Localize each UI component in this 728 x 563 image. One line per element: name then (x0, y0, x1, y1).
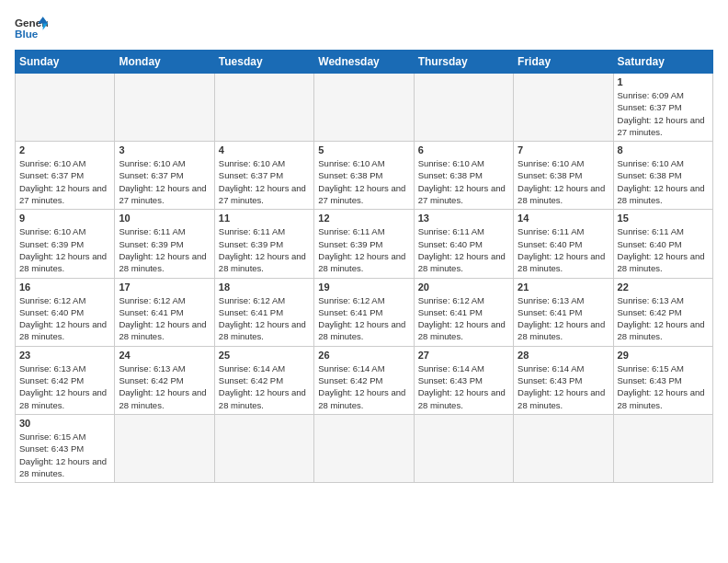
calendar-day-cell: 24Sunrise: 6:13 AMSunset: 6:42 PMDayligh… (115, 346, 214, 414)
day-number: 5 (318, 144, 409, 155)
day-info: Sunrise: 6:11 AMSunset: 6:39 PMDaylight:… (119, 225, 210, 274)
day-number: 14 (518, 213, 609, 224)
calendar-header-row: SundayMondayTuesdayWednesdayThursdayFrid… (16, 51, 713, 74)
day-info: Sunrise: 6:12 AMSunset: 6:41 PMDaylight:… (318, 294, 409, 343)
calendar-day-cell: 9Sunrise: 6:10 AMSunset: 6:39 PMDaylight… (16, 210, 115, 278)
calendar-day-cell: 3Sunrise: 6:10 AMSunset: 6:37 PMDaylight… (115, 142, 214, 210)
day-info: Sunrise: 6:12 AMSunset: 6:41 PMDaylight:… (119, 294, 210, 343)
calendar-day-cell: 5Sunrise: 6:10 AMSunset: 6:38 PMDaylight… (314, 142, 414, 210)
day-number: 16 (19, 282, 110, 293)
day-info: Sunrise: 6:12 AMSunset: 6:41 PMDaylight:… (418, 294, 509, 343)
calendar-day-cell (514, 74, 613, 142)
calendar-day-cell: 14Sunrise: 6:11 AMSunset: 6:40 PMDayligh… (514, 210, 613, 278)
day-number: 28 (518, 350, 609, 361)
day-info: Sunrise: 6:10 AMSunset: 6:38 PMDaylight:… (318, 157, 409, 206)
calendar-day-cell: 6Sunrise: 6:10 AMSunset: 6:38 PMDaylight… (414, 142, 513, 210)
calendar-week-row: 2Sunrise: 6:10 AMSunset: 6:37 PMDaylight… (16, 142, 713, 210)
calendar-week-row: 16Sunrise: 6:12 AMSunset: 6:40 PMDayligh… (16, 278, 713, 346)
weekday-header-monday: Monday (115, 51, 214, 74)
svg-text:Blue: Blue (15, 28, 39, 40)
day-number: 25 (219, 350, 310, 361)
day-info: Sunrise: 6:13 AMSunset: 6:42 PMDaylight:… (618, 294, 709, 343)
calendar-day-cell (314, 74, 414, 142)
calendar-day-cell (414, 74, 513, 142)
calendar-day-cell: 25Sunrise: 6:14 AMSunset: 6:42 PMDayligh… (214, 346, 313, 414)
calendar-day-cell: 20Sunrise: 6:12 AMSunset: 6:41 PMDayligh… (414, 278, 513, 346)
day-info: Sunrise: 6:13 AMSunset: 6:41 PMDaylight:… (518, 294, 609, 343)
calendar-day-cell: 12Sunrise: 6:11 AMSunset: 6:39 PMDayligh… (314, 210, 414, 278)
calendar-day-cell: 27Sunrise: 6:14 AMSunset: 6:43 PMDayligh… (414, 346, 513, 414)
calendar-week-row: 9Sunrise: 6:10 AMSunset: 6:39 PMDaylight… (16, 210, 713, 278)
day-number: 19 (318, 282, 409, 293)
generalblue-logo-icon: General Blue (15, 15, 48, 40)
calendar-day-cell: 26Sunrise: 6:14 AMSunset: 6:42 PMDayligh… (314, 346, 414, 414)
day-number: 8 (618, 144, 709, 155)
calendar-day-cell: 16Sunrise: 6:12 AMSunset: 6:40 PMDayligh… (16, 278, 115, 346)
day-number: 21 (518, 282, 609, 293)
day-number: 27 (418, 350, 509, 361)
page-header: General Blue (15, 15, 713, 40)
weekday-header-friday: Friday (514, 51, 613, 74)
calendar-day-cell (16, 74, 115, 142)
day-number: 6 (418, 144, 509, 155)
day-number: 2 (19, 144, 110, 155)
calendar-day-cell: 23Sunrise: 6:13 AMSunset: 6:42 PMDayligh… (16, 346, 115, 414)
day-number: 3 (119, 144, 210, 155)
calendar-day-cell: 17Sunrise: 6:12 AMSunset: 6:41 PMDayligh… (115, 278, 214, 346)
day-number: 11 (219, 213, 310, 224)
day-number: 18 (219, 282, 310, 293)
day-number: 13 (418, 213, 509, 224)
weekday-header-wednesday: Wednesday (314, 51, 414, 74)
calendar-week-row: 23Sunrise: 6:13 AMSunset: 6:42 PMDayligh… (16, 346, 713, 414)
calendar-day-cell: 8Sunrise: 6:10 AMSunset: 6:38 PMDaylight… (613, 142, 712, 210)
day-number: 10 (119, 213, 210, 224)
day-info: Sunrise: 6:10 AMSunset: 6:38 PMDaylight:… (518, 157, 609, 206)
day-info: Sunrise: 6:11 AMSunset: 6:40 PMDaylight:… (518, 225, 609, 274)
day-info: Sunrise: 6:14 AMSunset: 6:43 PMDaylight:… (418, 362, 509, 411)
day-number: 7 (518, 144, 609, 155)
calendar-day-cell: 11Sunrise: 6:11 AMSunset: 6:39 PMDayligh… (214, 210, 313, 278)
day-info: Sunrise: 6:12 AMSunset: 6:40 PMDaylight:… (19, 294, 110, 343)
calendar-day-cell (314, 414, 414, 482)
day-number: 9 (19, 213, 110, 224)
day-info: Sunrise: 6:14 AMSunset: 6:43 PMDaylight:… (518, 362, 609, 411)
day-number: 23 (19, 350, 110, 361)
day-number: 30 (19, 418, 110, 429)
calendar-day-cell: 22Sunrise: 6:13 AMSunset: 6:42 PMDayligh… (613, 278, 712, 346)
weekday-header-saturday: Saturday (613, 51, 712, 74)
calendar-day-cell (414, 414, 513, 482)
calendar-day-cell (214, 414, 313, 482)
calendar-day-cell: 10Sunrise: 6:11 AMSunset: 6:39 PMDayligh… (115, 210, 214, 278)
weekday-header-sunday: Sunday (16, 51, 115, 74)
weekday-header-thursday: Thursday (414, 51, 513, 74)
day-info: Sunrise: 6:14 AMSunset: 6:42 PMDaylight:… (318, 362, 409, 411)
logo: General Blue (15, 15, 48, 40)
calendar-day-cell: 21Sunrise: 6:13 AMSunset: 6:41 PMDayligh… (514, 278, 613, 346)
day-info: Sunrise: 6:11 AMSunset: 6:40 PMDaylight:… (418, 225, 509, 274)
calendar-day-cell (613, 414, 712, 482)
day-info: Sunrise: 6:10 AMSunset: 6:38 PMDaylight:… (418, 157, 509, 206)
calendar-day-cell: 7Sunrise: 6:10 AMSunset: 6:38 PMDaylight… (514, 142, 613, 210)
day-info: Sunrise: 6:09 AMSunset: 6:37 PMDaylight:… (618, 89, 709, 138)
day-number: 22 (618, 282, 709, 293)
calendar-day-cell: 30Sunrise: 6:15 AMSunset: 6:43 PMDayligh… (16, 414, 115, 482)
day-info: Sunrise: 6:10 AMSunset: 6:37 PMDaylight:… (19, 157, 110, 206)
day-info: Sunrise: 6:11 AMSunset: 6:39 PMDaylight:… (219, 225, 310, 274)
calendar-day-cell: 13Sunrise: 6:11 AMSunset: 6:40 PMDayligh… (414, 210, 513, 278)
calendar-day-cell (514, 414, 613, 482)
day-number: 15 (618, 213, 709, 224)
day-info: Sunrise: 6:10 AMSunset: 6:37 PMDaylight:… (219, 157, 310, 206)
calendar-day-cell: 1Sunrise: 6:09 AMSunset: 6:37 PMDaylight… (613, 74, 712, 142)
day-number: 26 (318, 350, 409, 361)
day-info: Sunrise: 6:13 AMSunset: 6:42 PMDaylight:… (119, 362, 210, 411)
calendar-day-cell: 29Sunrise: 6:15 AMSunset: 6:43 PMDayligh… (613, 346, 712, 414)
day-info: Sunrise: 6:10 AMSunset: 6:38 PMDaylight:… (618, 157, 709, 206)
day-number: 20 (418, 282, 509, 293)
calendar-day-cell: 28Sunrise: 6:14 AMSunset: 6:43 PMDayligh… (514, 346, 613, 414)
weekday-header-tuesday: Tuesday (214, 51, 313, 74)
calendar-day-cell (115, 414, 214, 482)
day-info: Sunrise: 6:10 AMSunset: 6:37 PMDaylight:… (119, 157, 210, 206)
calendar-day-cell (214, 74, 313, 142)
day-info: Sunrise: 6:15 AMSunset: 6:43 PMDaylight:… (618, 362, 709, 411)
day-info: Sunrise: 6:13 AMSunset: 6:42 PMDaylight:… (19, 362, 110, 411)
